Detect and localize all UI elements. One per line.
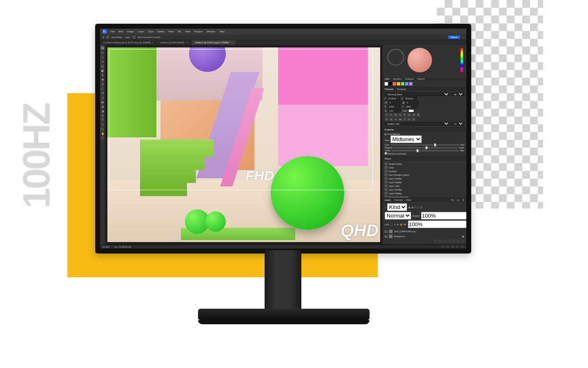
lock-position-icon[interactable]: ✥ bbox=[397, 223, 399, 226]
layer-row[interactable]: Background 🔒 bbox=[385, 234, 464, 239]
hue-slider[interactable] bbox=[461, 48, 463, 72]
antialias-dropdown[interactable]: Crisp bbox=[451, 122, 464, 126]
font-weight-dropdown[interactable]: Medium bbox=[451, 92, 464, 96]
color-swatch[interactable] bbox=[405, 82, 408, 85]
gradient-tool[interactable]: ▤ bbox=[100, 100, 105, 104]
text-style-button[interactable]: T bbox=[385, 113, 389, 117]
filter-smart-icon[interactable]: ◫ bbox=[420, 206, 422, 209]
history-item[interactable]: Layer Visibility bbox=[385, 180, 464, 184]
menu-view[interactable]: View bbox=[185, 30, 190, 33]
history-item[interactable]: Layer Order bbox=[385, 184, 464, 188]
layer-row[interactable]: UHD_C28KPG300 copy bbox=[385, 229, 464, 234]
color-preview[interactable] bbox=[408, 48, 432, 72]
canvas[interactable] bbox=[107, 47, 380, 242]
history-item[interactable]: Free Transform (Save) bbox=[385, 173, 464, 177]
eyedropper-tool[interactable]: ✎ bbox=[100, 73, 105, 77]
zoom-level[interactable]: 33.33% bbox=[102, 246, 109, 248]
dodge-tool[interactable]: ◑ bbox=[100, 109, 105, 113]
color-balance-slider[interactable]: Magenta Green bbox=[385, 146, 464, 149]
tab-paths[interactable]: Paths bbox=[406, 199, 411, 201]
color-swatch[interactable] bbox=[385, 82, 388, 85]
layer-mask-icon[interactable] bbox=[443, 240, 446, 243]
close-icon[interactable]: × bbox=[187, 41, 188, 44]
status-icon[interactable] bbox=[451, 245, 454, 248]
color-swatch[interactable] bbox=[397, 82, 400, 85]
color-balance-slider[interactable]: Cyan Red bbox=[385, 144, 464, 146]
color-swatch[interactable] bbox=[393, 82, 396, 85]
path-tool[interactable]: ↖ bbox=[100, 122, 105, 126]
auto-select-dropdown[interactable]: Layer bbox=[125, 36, 130, 38]
color-swatch[interactable] bbox=[389, 82, 392, 85]
document-tab[interactable]: Untitled-3 @ 50% (RGB/8) * × bbox=[157, 40, 192, 45]
history-item[interactable]: Clear bbox=[385, 166, 464, 169]
fill-input[interactable] bbox=[408, 220, 466, 228]
text-style-button[interactable]: TT bbox=[394, 113, 398, 117]
marquee-tool[interactable]: ▭ bbox=[100, 50, 105, 54]
stamp-tool[interactable]: ⎌ bbox=[100, 86, 105, 90]
text-style-button[interactable]: Tr bbox=[398, 113, 402, 117]
baseline-input[interactable] bbox=[388, 109, 401, 112]
vscale-input[interactable] bbox=[388, 105, 401, 108]
tracking-input[interactable] bbox=[405, 101, 419, 104]
close-icon[interactable]: × bbox=[231, 41, 232, 44]
opentype-button[interactable]: 1ˢᵗ bbox=[407, 117, 411, 121]
hscale-input[interactable] bbox=[405, 105, 418, 108]
filter-adjust-icon[interactable]: ◐ bbox=[412, 206, 413, 209]
frame-tool[interactable]: ▦ bbox=[100, 68, 105, 72]
menu-3d[interactable]: 3D bbox=[178, 30, 181, 33]
tab-properties[interactable]: Properties bbox=[385, 128, 394, 131]
status-icon[interactable] bbox=[456, 245, 459, 248]
menu-layer[interactable]: Layer bbox=[138, 30, 144, 33]
lock-icon[interactable]: 🔒 bbox=[400, 223, 402, 226]
status-icon[interactable] bbox=[446, 245, 449, 248]
delete-layer-icon[interactable] bbox=[461, 240, 464, 243]
opentype-button[interactable]: st bbox=[389, 117, 393, 121]
camera-icon[interactable]: 📷 bbox=[451, 199, 454, 201]
visibility-icon[interactable] bbox=[385, 231, 388, 233]
historybrush-tool[interactable]: ↺ bbox=[100, 91, 105, 95]
visibility-icon[interactable] bbox=[385, 236, 388, 238]
color-swatch[interactable] bbox=[409, 82, 412, 85]
document-tab[interactable]: Untitled-2 @ 33.3% (Layer 1, RGB/8) * × bbox=[192, 40, 236, 45]
opentype-button[interactable]: aa bbox=[398, 117, 402, 121]
blend-mode-dropdown[interactable]: Normal bbox=[385, 212, 411, 220]
eraser-tool[interactable]: ▱ bbox=[100, 95, 105, 99]
menu-edit[interactable]: Edit bbox=[119, 30, 123, 33]
history-item[interactable]: Layer Visibility bbox=[385, 177, 464, 180]
auto-select-checkbox[interactable] bbox=[107, 36, 109, 38]
font-size-input[interactable] bbox=[387, 96, 400, 100]
color-wheel-icon[interactable] bbox=[387, 49, 404, 66]
brush-tool[interactable]: ✐ bbox=[100, 82, 105, 86]
trash-icon[interactable]: 🗑 bbox=[462, 199, 464, 201]
status-icon[interactable] bbox=[441, 245, 444, 248]
hand-tool[interactable]: ✋ bbox=[100, 131, 105, 135]
tab-layers[interactable]: Layers bbox=[385, 199, 391, 201]
menu-window[interactable]: Window bbox=[207, 30, 215, 33]
filter-pixel-icon[interactable]: ▦ bbox=[408, 206, 410, 209]
tab-paragraph[interactable]: Paragraph bbox=[397, 88, 406, 90]
color-swatch[interactable] bbox=[401, 82, 404, 85]
lasso-tool[interactable]: ◌ bbox=[100, 55, 105, 59]
document-tab[interactable]: 4_Perfect-Interface.psb @ 66.7% (Img_02,… bbox=[100, 40, 157, 45]
menu-filter[interactable]: Filter bbox=[168, 30, 174, 33]
tab-character[interactable]: Character bbox=[385, 88, 394, 90]
history-item[interactable]: Rectangular Marquee bbox=[385, 195, 464, 198]
filter-shape-icon[interactable]: ▢ bbox=[417, 206, 419, 209]
share-button[interactable]: Share bbox=[448, 36, 460, 39]
color-balance-slider[interactable]: Yellow Blue bbox=[385, 149, 464, 152]
tab-channels[interactable]: Channels bbox=[394, 199, 403, 201]
text-style-button[interactable]: T¹ bbox=[403, 113, 407, 117]
menu-help[interactable]: Help bbox=[219, 30, 224, 33]
canvas-area[interactable]: FHD QHD bbox=[105, 45, 383, 245]
preserve-luminosity-checkbox[interactable] bbox=[385, 152, 387, 155]
text-style-button[interactable]: T bbox=[389, 113, 393, 117]
crop-tool[interactable]: ◫ bbox=[100, 64, 105, 68]
zoom-tool[interactable]: ⌕ bbox=[100, 136, 105, 140]
kerning-input[interactable] bbox=[388, 101, 401, 104]
new-layer-icon[interactable] bbox=[457, 240, 460, 243]
adjustment-layer-icon[interactable] bbox=[448, 240, 451, 243]
history-item[interactable]: Deselect bbox=[385, 169, 464, 173]
text-style-button[interactable]: T₁ bbox=[407, 113, 411, 117]
opentype-button[interactable]: ½ bbox=[412, 117, 416, 121]
show-transform-checkbox[interactable] bbox=[133, 36, 135, 38]
